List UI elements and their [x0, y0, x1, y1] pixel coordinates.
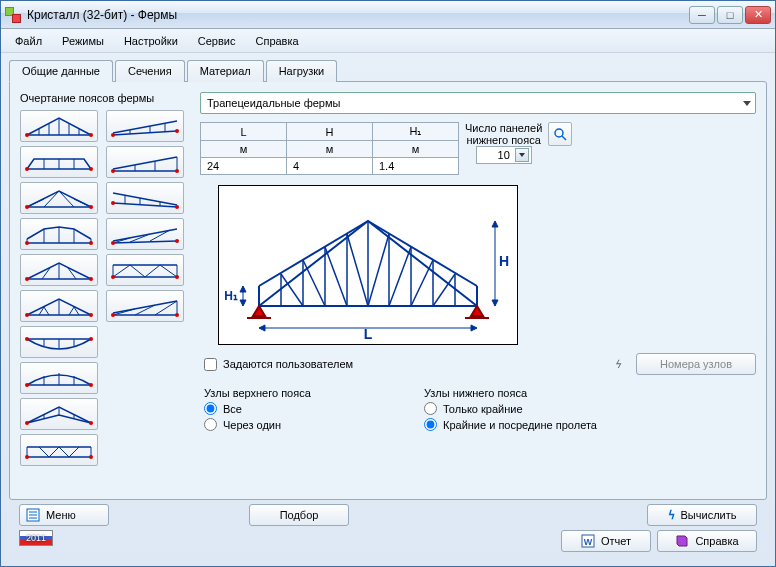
svg-line-126 [303, 260, 325, 306]
panels-value: 10 [498, 149, 510, 161]
menu-help[interactable]: Справка [245, 32, 308, 50]
menu-button[interactable]: Меню [19, 504, 109, 526]
upper-alt-radio[interactable]: Через один [204, 418, 404, 431]
app-icon [5, 7, 21, 23]
minimize-button[interactable]: ─ [689, 6, 715, 24]
svg-line-117 [562, 136, 566, 140]
truss-thumb-11[interactable] [106, 110, 184, 142]
menu-settings[interactable]: Настройки [114, 32, 188, 50]
lower-edge-radio[interactable]: Только крайние [424, 402, 756, 415]
lower-mid-radio[interactable]: Крайние и посредине пролета [424, 418, 756, 431]
svg-point-33 [25, 277, 29, 281]
svg-line-103 [130, 265, 145, 277]
compute-button[interactable]: ϟ Вычислить [647, 504, 757, 526]
svg-point-69 [89, 455, 93, 459]
svg-line-15 [27, 199, 44, 207]
svg-line-65 [49, 447, 59, 457]
maximize-button[interactable]: □ [717, 6, 743, 24]
truss-thumb-4[interactable] [20, 218, 98, 250]
user-defined-input[interactable] [204, 358, 217, 371]
svg-line-124 [281, 274, 303, 306]
svg-line-64 [39, 447, 49, 457]
tab-general[interactable]: Общие данные [9, 60, 113, 82]
zoom-button[interactable] [548, 122, 572, 146]
svg-point-90 [175, 205, 179, 209]
list-icon [26, 508, 40, 522]
lower-nodes-title: Узлы нижнего пояса [424, 387, 756, 399]
svg-line-102 [113, 265, 130, 277]
svg-point-58 [25, 421, 29, 425]
svg-line-104 [145, 265, 160, 277]
svg-point-83 [175, 169, 179, 173]
truss-thumb-16[interactable] [106, 290, 184, 322]
truss-thumb-6[interactable] [20, 290, 98, 322]
bottombar: Меню 2011 Подбор ϟ Вычислить W Отчет [9, 500, 767, 558]
truss-thumb-2[interactable] [20, 146, 98, 178]
svg-line-134 [389, 247, 411, 306]
svg-point-13 [89, 167, 93, 171]
tab-panel: Очертание поясов фермы [9, 81, 767, 500]
truss-thumb-10[interactable] [20, 434, 98, 466]
input-H1[interactable]: 1.4 [373, 158, 459, 175]
col-H: H [287, 123, 373, 141]
svg-marker-148 [492, 221, 498, 227]
truss-shapes-label: Очертание поясов фермы [20, 92, 184, 104]
truss-thumb-13[interactable] [106, 182, 184, 214]
truss-thumb-8[interactable] [20, 362, 98, 394]
col-L: L [201, 123, 287, 141]
tab-sections[interactable]: Сечения [115, 60, 185, 82]
svg-point-53 [25, 383, 29, 387]
truss-thumb-14[interactable] [106, 218, 184, 250]
upper-all-radio[interactable]: Все [204, 402, 404, 415]
menu-modes[interactable]: Режимы [52, 32, 114, 50]
input-L[interactable]: 24 [201, 158, 287, 175]
svg-line-91 [113, 229, 177, 241]
menu-service[interactable]: Сервис [188, 32, 246, 50]
tab-material[interactable]: Материал [187, 60, 264, 82]
svg-text:H: H [499, 253, 509, 269]
svg-text:L: L [364, 326, 373, 342]
node-numbers-button[interactable]: Номера узлов [636, 353, 756, 375]
panels-combo[interactable]: 10 [476, 146, 532, 164]
truss-thumb-12[interactable] [106, 146, 184, 178]
svg-point-76 [175, 129, 179, 133]
svg-line-92 [113, 241, 177, 243]
svg-line-18 [74, 199, 91, 207]
svg-line-66 [59, 447, 69, 457]
truss-thumb-9[interactable] [20, 398, 98, 430]
svg-point-6 [25, 133, 29, 137]
input-H[interactable]: 4 [287, 158, 373, 175]
svg-point-20 [89, 205, 93, 209]
truss-diagram: L H H₁ [218, 185, 518, 345]
podbor-button[interactable]: Подбор [249, 504, 349, 526]
svg-point-28 [89, 241, 93, 245]
svg-marker-146 [471, 325, 477, 331]
report-button[interactable]: W Отчет [561, 530, 651, 552]
book-icon [675, 534, 689, 548]
svg-line-16 [44, 191, 59, 207]
truss-thumb-5[interactable] [20, 254, 98, 286]
main-window: Кристалл (32-бит) - Фермы ─ □ ✕ Файл Реж… [0, 0, 776, 567]
unit-H: м [287, 141, 373, 158]
svg-point-41 [25, 313, 29, 317]
svg-point-68 [25, 455, 29, 459]
menu-file[interactable]: Файл [5, 32, 52, 50]
help-button[interactable]: Справка [657, 530, 757, 552]
svg-point-115 [175, 313, 179, 317]
truss-thumb-15[interactable] [106, 254, 184, 286]
svg-point-48 [89, 337, 93, 341]
close-button[interactable]: ✕ [745, 6, 771, 24]
svg-line-122 [368, 221, 477, 286]
tab-loads[interactable]: Нагрузки [266, 60, 338, 82]
truss-thumb-7[interactable] [20, 326, 98, 358]
svg-point-47 [25, 337, 29, 341]
truss-thumb-3[interactable] [20, 182, 98, 214]
upper-nodes-title: Узлы верхнего пояса [204, 387, 404, 399]
truss-type-dropdown[interactable]: Трапецеидальные фермы [200, 92, 756, 114]
truss-thumb-1[interactable] [20, 110, 98, 142]
svg-line-130 [347, 234, 368, 306]
svg-point-12 [25, 167, 29, 171]
user-defined-checkbox[interactable]: Задаются пользователем [204, 358, 353, 371]
col-H1: H₁ [373, 123, 459, 141]
panels-label-2: нижнего пояса [466, 134, 540, 146]
